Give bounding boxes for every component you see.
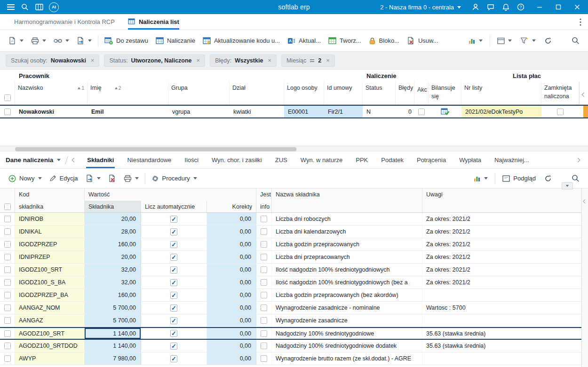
info-checkbox[interactable] [261, 254, 267, 260]
cell-licz-automatycznie[interactable] [141, 251, 207, 263]
row-checkbox-cell[interactable] [0, 289, 15, 301]
cell-uwagi[interactable]: 35.63 (stawka średnia) [422, 340, 588, 352]
licz-checkbox-checked[interactable] [170, 292, 177, 299]
cell-licz-automatycznie[interactable] [141, 226, 207, 238]
cell-wartosc-skladnika[interactable]: 160,00 [85, 289, 141, 301]
naliczanie-button[interactable]: Naliczanie [152, 34, 199, 47]
zamknieta-checkbox[interactable] [557, 109, 564, 115]
ai-badge[interactable]: AI [49, 2, 59, 12]
col-skladnika[interactable]: Składnika [85, 201, 141, 212]
col-group-wartosc[interactable]: Wartość [85, 188, 256, 201]
cell-licz-automatycznie[interactable] [141, 276, 207, 289]
filter-chip-szukaj-osoby[interactable]: Szukaj osoby: Nowakowski × [6, 55, 99, 67]
cell-wartosc-skladnika[interactable]: 32,00 [85, 276, 141, 289]
cell-wartosc-skladnika[interactable]: 5 700,00 [85, 314, 141, 327]
cell-licz-automatycznie[interactable] [141, 340, 207, 352]
procedury-button[interactable]: Procedury [148, 172, 201, 185]
cell-korekty[interactable]: 0,00 [207, 276, 256, 289]
filter-chip-status[interactable]: Status: Utworzone, Naliczone × [104, 55, 205, 67]
detail-tab-najważniej-[interactable]: Najważniej... [488, 152, 536, 168]
row-checkbox-cell[interactable] [0, 213, 15, 225]
select-all-checkbox[interactable] [4, 203, 11, 210]
cell-uwagi[interactable] [422, 289, 588, 301]
col-bilansuje-sie[interactable]: Bilansujesię [429, 82, 461, 104]
help-icon[interactable]: ? [514, 0, 528, 14]
cell-nazwa-skladnika[interactable]: Wynagrodzenie zasadnicze - nominalne [272, 302, 422, 314]
row-checkbox[interactable] [4, 241, 11, 248]
licz-checkbox-checked[interactable] [170, 216, 177, 223]
cell-wartosc-skladnika[interactable]: 32,00 [85, 264, 141, 276]
cell-wartosc-skladnika[interactable]: 7 980,00 [85, 352, 141, 365]
close-icon[interactable]: × [326, 57, 330, 63]
cell-korekty[interactable]: 0,00 [207, 251, 256, 263]
print-detail-button[interactable] [120, 172, 143, 185]
info-checkbox[interactable] [261, 228, 267, 235]
grid1-selected-row[interactable]: Nowakowski Emil vgrupa kwiatki E00001 Fi… [0, 105, 588, 118]
row-checkbox[interactable] [4, 305, 11, 311]
licz-checkbox-checked[interactable] [170, 305, 177, 312]
tworz-button[interactable]: Tworz... [325, 34, 365, 47]
grid1-right-rail-header[interactable] [579, 82, 588, 104]
col-licz-automatycznie[interactable]: Licz automatycznie [141, 201, 207, 212]
grid2-row[interactable]: IDNIROB 20,00 0,00 Liczba dni roboczych … [0, 213, 588, 226]
row-checkbox[interactable] [4, 355, 11, 362]
cell-kod-skladnika[interactable]: IGODZ100_S_BA [15, 276, 85, 289]
row-checkbox-cell[interactable] [0, 276, 15, 289]
grid2-row[interactable]: AWYP 7 980,00 0,00 Wynagrodzenie brutto … [0, 352, 588, 365]
close-icon[interactable]: × [91, 57, 95, 63]
col-bledy[interactable]: Błędy [396, 82, 414, 104]
print-button[interactable] [27, 34, 50, 47]
cell-uwagi[interactable]: Za okres: 2021/2 [422, 238, 588, 250]
detail-tab-potrącenia[interactable]: Potrącenia [410, 152, 453, 168]
cell-bledy[interactable]: 0 [396, 106, 414, 117]
cell-dzial[interactable]: kwiatki [230, 106, 284, 117]
panel-scroll-dropdown[interactable] [562, 182, 573, 189]
row-checkbox[interactable] [4, 254, 11, 260]
chart-detail-button[interactable] [469, 172, 492, 185]
col-kod-line2[interactable]: składnika [15, 201, 85, 212]
col-imie[interactable]: Imię 2 [87, 82, 168, 104]
row-checkbox-cell[interactable] [0, 106, 15, 117]
info-checkbox[interactable] [261, 216, 267, 222]
col-id-umowy[interactable]: Id umowy [324, 82, 363, 104]
grid2-row[interactable]: IGODZ100_SRT 32,00 0,00 Ilość nadgodzin … [0, 264, 588, 276]
col-akc[interactable]: Akc [414, 82, 429, 104]
row-checkbox-cell[interactable] [0, 238, 15, 250]
grid2-row[interactable]: IGODZ100_S_BA 32,00 0,00 Ilość nadgodzin… [0, 276, 588, 289]
more-options-icon[interactable] [573, 14, 588, 30]
row-checkbox[interactable] [4, 343, 11, 349]
cell-kod-skladnika[interactable]: IGODZPRZEP [15, 238, 85, 250]
cell-jest-info[interactable] [256, 251, 272, 263]
grid2-row[interactable]: IGODZPRZEP_BA 160,00 0,00 Liczba godzin … [0, 289, 588, 302]
usuw-button[interactable]: Usuw... [403, 34, 442, 47]
cell-jest-info[interactable] [256, 340, 272, 352]
cell-wartosc-skladnika[interactable]: 5 700,00 [85, 302, 141, 314]
chat-icon[interactable] [484, 0, 498, 14]
cell-imie[interactable]: Emil [87, 106, 168, 117]
detail-tab-składniki[interactable]: Składniki [80, 152, 120, 168]
cell-kod-skladnika[interactable]: AGODZ100_SRT [15, 328, 85, 339]
detail-tab-wypłata[interactable]: Wypłata [453, 152, 488, 168]
cell-jest-info[interactable] [256, 226, 272, 238]
refresh-detail-button[interactable] [540, 172, 556, 185]
cell-uwagi[interactable]: Za okres: 2021/2 [422, 226, 588, 238]
cell-korekty[interactable]: 0,00 [207, 264, 256, 276]
delete-row-button[interactable] [104, 172, 120, 185]
close-button[interactable] [570, 0, 584, 14]
info-checkbox[interactable] [261, 305, 267, 311]
cell-korekty[interactable]: 0,00 [207, 352, 256, 365]
cell-korekty[interactable]: 0,00 [207, 226, 256, 238]
layout-button[interactable] [493, 35, 516, 47]
cell-akc[interactable] [414, 106, 429, 117]
do-zestawu-button[interactable]: Do zestawu [101, 34, 152, 47]
info-checkbox[interactable] [261, 292, 267, 298]
cell-jest-info[interactable] [256, 328, 272, 339]
tab-naliczenia-list[interactable]: Naliczenia list [121, 14, 186, 30]
detail-tab-zus[interactable]: ZUS [269, 152, 294, 168]
tabs-scroll-left-icon[interactable] [72, 158, 77, 163]
cell-zamknieta[interactable] [541, 106, 579, 117]
row-checkbox-cell[interactable] [0, 328, 15, 339]
cell-nazwa-skladnika[interactable]: Nadgodziny 100% średniotygodniowe dodate… [272, 340, 422, 352]
col-nr-listy[interactable]: Nr listy [461, 82, 541, 104]
cell-nazwisko[interactable]: Nowakowski [15, 106, 87, 117]
